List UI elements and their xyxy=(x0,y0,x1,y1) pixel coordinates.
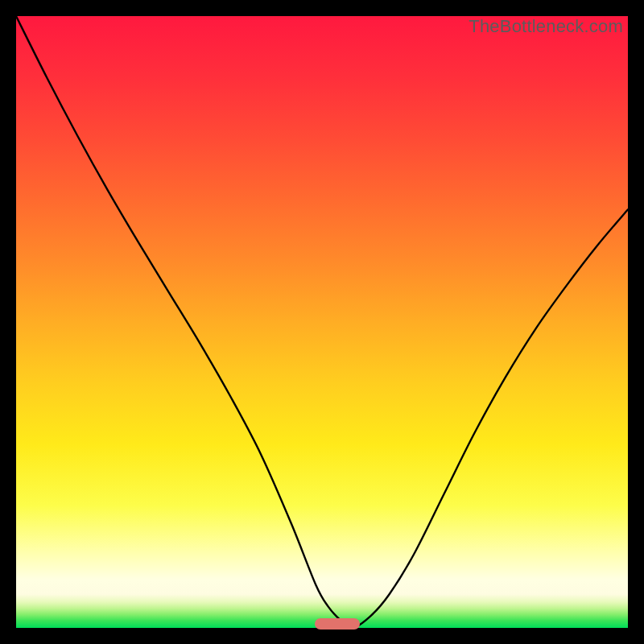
heat-gradient-background xyxy=(16,16,628,628)
optimal-point-marker xyxy=(315,618,360,630)
svg-rect-0 xyxy=(16,16,628,628)
watermark-text: TheBottleneck.com xyxy=(469,16,623,37)
chart-frame: TheBottleneck.com xyxy=(16,16,628,628)
